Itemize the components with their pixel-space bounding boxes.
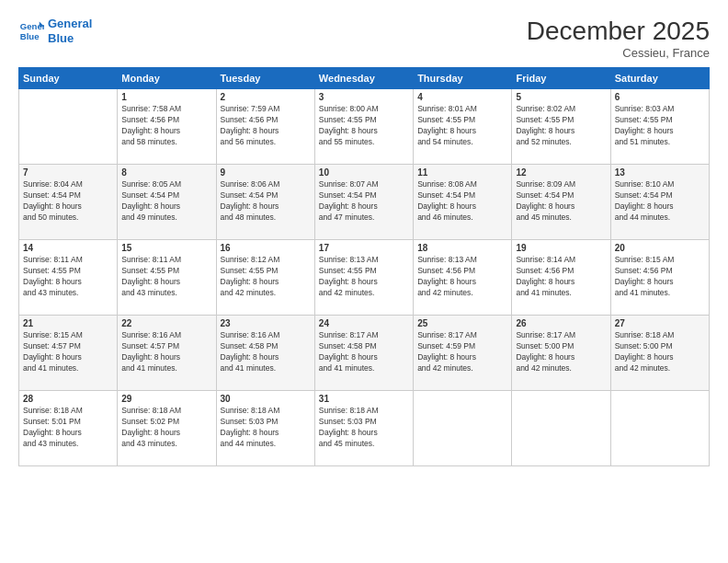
day-number: 5 [516, 92, 606, 102]
calendar-cell [610, 391, 709, 466]
calendar-cell: 28Sunrise: 8:18 AM Sunset: 5:01 PM Dayli… [19, 391, 118, 466]
calendar-cell: 10Sunrise: 8:07 AM Sunset: 4:54 PM Dayli… [314, 165, 413, 240]
day-info: Sunrise: 7:59 AM Sunset: 4:56 PM Dayligh… [221, 104, 311, 148]
day-number: 20 [615, 243, 705, 253]
day-info: Sunrise: 8:18 AM Sunset: 5:01 PM Dayligh… [23, 406, 113, 450]
day-info: Sunrise: 8:01 AM Sunset: 4:55 PM Dayligh… [417, 104, 507, 148]
day-number: 17 [319, 243, 409, 253]
day-number: 25 [417, 318, 507, 328]
header-cell-monday: Monday [118, 68, 216, 89]
title-block: December 2025 Cessieu, France [527, 17, 710, 60]
day-info: Sunrise: 8:11 AM Sunset: 4:55 PM Dayligh… [121, 255, 211, 299]
header-cell-tuesday: Tuesday [216, 68, 314, 89]
location: Cessieu, France [527, 46, 710, 60]
day-info: Sunrise: 8:06 AM Sunset: 4:54 PM Dayligh… [221, 179, 311, 224]
day-number: 22 [121, 318, 211, 328]
calendar-cell: 19Sunrise: 8:14 AM Sunset: 4:56 PM Dayli… [512, 240, 610, 316]
week-row-2: 7Sunrise: 8:04 AM Sunset: 4:54 PM Daylig… [19, 165, 710, 240]
day-info: Sunrise: 8:12 AM Sunset: 4:55 PM Dayligh… [221, 255, 311, 299]
day-number: 31 [319, 394, 409, 404]
day-number: 10 [319, 167, 409, 178]
day-number: 1 [121, 92, 211, 102]
day-info: Sunrise: 8:11 AM Sunset: 4:55 PM Dayligh… [23, 255, 113, 299]
week-row-3: 14Sunrise: 8:11 AM Sunset: 4:55 PM Dayli… [19, 240, 710, 316]
calendar-cell: 23Sunrise: 8:16 AM Sunset: 4:58 PM Dayli… [216, 316, 314, 391]
logo-icon: General Blue [18, 18, 44, 44]
calendar-cell: 7Sunrise: 8:04 AM Sunset: 4:54 PM Daylig… [19, 165, 118, 240]
day-number: 12 [516, 167, 606, 178]
calendar-cell: 12Sunrise: 8:09 AM Sunset: 4:54 PM Dayli… [512, 165, 610, 240]
calendar-cell: 2Sunrise: 7:59 AM Sunset: 4:56 PM Daylig… [216, 89, 314, 165]
day-number: 4 [417, 92, 507, 102]
day-info: Sunrise: 8:14 AM Sunset: 4:56 PM Dayligh… [516, 255, 606, 299]
calendar-cell: 24Sunrise: 8:17 AM Sunset: 4:58 PM Dayli… [314, 316, 413, 391]
calendar-cell: 22Sunrise: 8:16 AM Sunset: 4:57 PM Dayli… [118, 316, 216, 391]
logo-text-blue: Blue [48, 31, 92, 46]
month-title: December 2025 [527, 17, 710, 46]
calendar-cell: 31Sunrise: 8:18 AM Sunset: 5:03 PM Dayli… [314, 391, 413, 466]
header-cell-thursday: Thursday [414, 68, 512, 89]
header-row: SundayMondayTuesdayWednesdayThursdayFrid… [19, 68, 710, 89]
logo-text-general: General [48, 17, 92, 31]
calendar-cell: 15Sunrise: 8:11 AM Sunset: 4:55 PM Dayli… [118, 240, 216, 316]
day-info: Sunrise: 8:15 AM Sunset: 4:56 PM Dayligh… [615, 255, 705, 299]
day-number: 29 [121, 394, 211, 404]
calendar-cell: 8Sunrise: 8:05 AM Sunset: 4:54 PM Daylig… [118, 165, 216, 240]
day-number: 2 [221, 92, 311, 102]
header-cell-wednesday: Wednesday [314, 68, 413, 89]
day-info: Sunrise: 8:17 AM Sunset: 4:59 PM Dayligh… [417, 330, 507, 374]
calendar-cell: 5Sunrise: 8:02 AM Sunset: 4:55 PM Daylig… [512, 89, 610, 165]
day-number: 16 [221, 243, 311, 253]
day-number: 26 [516, 318, 606, 328]
week-row-1: 1Sunrise: 7:58 AM Sunset: 4:56 PM Daylig… [19, 89, 710, 165]
day-info: Sunrise: 8:17 AM Sunset: 5:00 PM Dayligh… [516, 330, 606, 374]
page: General Blue General Blue December 2025 … [0, 0, 728, 563]
day-number: 6 [615, 92, 705, 102]
day-info: Sunrise: 8:16 AM Sunset: 4:58 PM Dayligh… [221, 330, 311, 374]
day-number: 21 [23, 318, 113, 328]
day-number: 27 [615, 318, 705, 328]
day-info: Sunrise: 8:00 AM Sunset: 4:55 PM Dayligh… [319, 104, 409, 148]
day-info: Sunrise: 8:16 AM Sunset: 4:57 PM Dayligh… [121, 330, 211, 374]
calendar-cell: 20Sunrise: 8:15 AM Sunset: 4:56 PM Dayli… [610, 240, 709, 316]
calendar-cell: 21Sunrise: 8:15 AM Sunset: 4:57 PM Dayli… [19, 316, 118, 391]
calendar-cell: 1Sunrise: 7:58 AM Sunset: 4:56 PM Daylig… [118, 89, 216, 165]
calendar-cell: 14Sunrise: 8:11 AM Sunset: 4:55 PM Dayli… [19, 240, 118, 316]
calendar-cell [512, 391, 610, 466]
day-number: 19 [516, 243, 606, 253]
calendar-cell: 4Sunrise: 8:01 AM Sunset: 4:55 PM Daylig… [414, 89, 512, 165]
day-number: 28 [23, 394, 113, 404]
svg-text:Blue: Blue [20, 30, 40, 40]
day-number: 9 [221, 167, 311, 178]
day-info: Sunrise: 8:13 AM Sunset: 4:56 PM Dayligh… [417, 255, 507, 299]
calendar-cell: 25Sunrise: 8:17 AM Sunset: 4:59 PM Dayli… [414, 316, 512, 391]
day-number: 13 [615, 167, 705, 178]
day-number: 11 [417, 167, 507, 178]
day-info: Sunrise: 8:03 AM Sunset: 4:55 PM Dayligh… [615, 104, 705, 148]
calendar-cell [414, 391, 512, 466]
day-info: Sunrise: 8:15 AM Sunset: 4:57 PM Dayligh… [23, 330, 113, 374]
header-cell-friday: Friday [512, 68, 610, 89]
calendar-cell: 9Sunrise: 8:06 AM Sunset: 4:54 PM Daylig… [216, 165, 314, 240]
week-row-4: 21Sunrise: 8:15 AM Sunset: 4:57 PM Dayli… [19, 316, 710, 391]
day-number: 30 [221, 394, 311, 404]
header: General Blue General Blue December 2025 … [18, 17, 710, 60]
day-info: Sunrise: 8:18 AM Sunset: 5:02 PM Dayligh… [121, 406, 211, 450]
day-info: Sunrise: 8:18 AM Sunset: 5:03 PM Dayligh… [319, 406, 409, 450]
day-number: 3 [319, 92, 409, 102]
calendar-cell: 27Sunrise: 8:18 AM Sunset: 5:00 PM Dayli… [610, 316, 709, 391]
day-info: Sunrise: 8:05 AM Sunset: 4:54 PM Dayligh… [121, 179, 211, 224]
day-info: Sunrise: 8:18 AM Sunset: 5:00 PM Dayligh… [615, 330, 705, 374]
day-number: 8 [121, 167, 211, 178]
calendar-cell: 30Sunrise: 8:18 AM Sunset: 5:03 PM Dayli… [216, 391, 314, 466]
day-info: Sunrise: 8:08 AM Sunset: 4:54 PM Dayligh… [417, 179, 507, 224]
day-info: Sunrise: 8:10 AM Sunset: 4:54 PM Dayligh… [615, 179, 705, 224]
week-row-5: 28Sunrise: 8:18 AM Sunset: 5:01 PM Dayli… [19, 391, 710, 466]
header-cell-sunday: Sunday [19, 68, 118, 89]
logo: General Blue General Blue [18, 17, 92, 45]
day-info: Sunrise: 8:02 AM Sunset: 4:55 PM Dayligh… [516, 104, 606, 148]
calendar-cell: 6Sunrise: 8:03 AM Sunset: 4:55 PM Daylig… [610, 89, 709, 165]
calendar-cell: 17Sunrise: 8:13 AM Sunset: 4:55 PM Dayli… [314, 240, 413, 316]
day-number: 15 [121, 243, 211, 253]
day-info: Sunrise: 8:07 AM Sunset: 4:54 PM Dayligh… [319, 179, 409, 224]
